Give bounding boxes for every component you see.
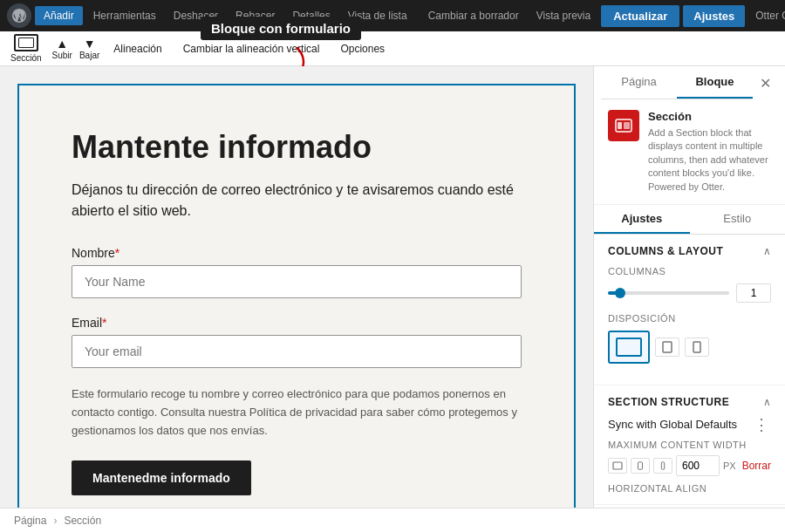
columns-slider-track[interactable] xyxy=(608,291,729,295)
max-width-desktop-icon[interactable] xyxy=(608,458,627,474)
section-icon xyxy=(608,110,639,141)
wp-logo[interactable] xyxy=(7,3,31,28)
section-desc: Add a Section block that displays conten… xyxy=(648,126,771,194)
max-width-input[interactable] xyxy=(676,455,720,476)
svg-rect-4 xyxy=(663,342,672,352)
tablet-icon xyxy=(661,341,673,353)
otter-button[interactable]: Otter Options xyxy=(748,6,785,25)
columns-row xyxy=(608,283,771,303)
form-block: Mantente informado Déjanos tu dirección … xyxy=(17,84,576,508)
sidebar-close-button[interactable]: ✕ xyxy=(753,68,778,99)
submit-button[interactable]: Mantenedme informado xyxy=(72,460,251,495)
disposition-icons xyxy=(608,331,771,364)
main-layout: Mantente informado Déjanos tu dirección … xyxy=(0,66,785,508)
align-button[interactable]: Alineación xyxy=(106,39,168,58)
max-width-label: MAXIMUM CONTENT WIDTH xyxy=(608,440,771,450)
canvas-area: Mantente informado Déjanos tu dirección … xyxy=(0,66,593,508)
inner-tabs: Ajustes Estilo xyxy=(594,205,785,235)
options-toolbar-button[interactable]: Opciones xyxy=(333,39,392,58)
svg-rect-7 xyxy=(638,462,643,469)
name-label: Nombre* xyxy=(72,246,522,260)
section-chevron-icon: ∧ xyxy=(763,396,771,408)
columns-chevron-icon: ∧ xyxy=(763,245,771,257)
svg-rect-5 xyxy=(693,342,700,352)
name-required: * xyxy=(115,246,119,260)
section-block-button[interactable]: Sección xyxy=(10,34,42,63)
name-input[interactable] xyxy=(72,265,522,298)
section-block-info: Sección Add a Section block that display… xyxy=(594,99,785,205)
preview-button[interactable]: Vista previa xyxy=(529,6,597,25)
block-heading: Mantente informado xyxy=(72,129,522,166)
tab-ajustes[interactable]: Ajustes xyxy=(594,205,690,234)
max-width-input-wrap: PX xyxy=(676,455,739,476)
columns-layout-header[interactable]: Columns & Layout ∧ xyxy=(608,245,771,257)
email-required: * xyxy=(102,316,106,330)
columns-input[interactable] xyxy=(736,283,771,303)
tools-button[interactable]: Herramientas xyxy=(86,6,163,25)
privacy-text: Este formulario recoge tu nombre y corre… xyxy=(72,385,522,440)
columns-layout-title: Columns & Layout xyxy=(608,245,723,257)
update-button[interactable]: Actualizar xyxy=(601,5,679,27)
secondary-toolbar: Sección ▲ Subir ▼ Bajar Alineación Cambi… xyxy=(0,31,785,66)
down-label: Bajar xyxy=(79,51,99,60)
svg-rect-3 xyxy=(624,122,630,129)
breadcrumb-separator: › xyxy=(53,515,57,527)
disposition-mobile-icon[interactable] xyxy=(685,338,709,357)
disposition-tablet-icon[interactable] xyxy=(655,338,679,357)
disposition-desktop-icon[interactable] xyxy=(608,331,650,364)
svg-rect-6 xyxy=(613,462,622,469)
settings-button[interactable]: Ajustes xyxy=(683,5,745,27)
add-button[interactable]: Añadir xyxy=(35,6,83,25)
up-label: Subir xyxy=(52,51,72,60)
mobile-icon xyxy=(693,341,701,353)
tab-page[interactable]: Página xyxy=(601,66,677,99)
disposition-label: DISPOSICIÓN xyxy=(608,313,771,324)
section-icon-inner xyxy=(614,116,633,135)
breadcrumb-section[interactable]: Sección xyxy=(64,515,101,527)
redo-button[interactable]: Rehacer xyxy=(229,6,282,25)
svg-rect-8 xyxy=(661,462,664,469)
top-bar: Añadir Herramientas Deshacer Rehacer Det… xyxy=(0,0,785,31)
details-button[interactable]: Detalles xyxy=(285,6,337,25)
columns-label: COLUMNAS xyxy=(608,266,771,276)
tab-estilo[interactable]: Estilo xyxy=(690,205,786,234)
move-up-button[interactable]: ▲ Subir xyxy=(52,37,72,60)
svg-rect-2 xyxy=(618,122,622,129)
delete-link[interactable]: Borrar xyxy=(742,460,771,472)
sidebar-tabs: Página Bloque xyxy=(601,66,753,99)
sync-dots-icon[interactable]: ⋮ xyxy=(754,417,771,433)
block-subtext: Déjanos tu dirección de correo electróni… xyxy=(72,180,522,222)
bottom-bar: Página › Sección xyxy=(0,508,785,532)
sync-row: Sync with Global Defaults ⋮ xyxy=(608,417,771,433)
sidebar-header: Página Bloque ✕ xyxy=(594,66,785,99)
sync-label: Sync with Global Defaults xyxy=(608,418,737,431)
max-width-mobile-icon[interactable] xyxy=(653,458,672,474)
top-bar-right: Cambiar a borrador Vista previa Actualiz… xyxy=(421,5,785,27)
section-label: Sección xyxy=(10,53,42,63)
section-structure-header[interactable]: Section Structure ∧ xyxy=(608,396,771,408)
max-width-tablet-icon[interactable] xyxy=(631,458,650,474)
list-view-button[interactable]: Vista de lista xyxy=(341,6,414,25)
section-info-text: Sección Add a Section block that display… xyxy=(648,110,771,194)
disposition-inner xyxy=(616,338,642,357)
max-width-row: PX Borrar xyxy=(608,455,771,476)
valign-button[interactable]: Cambiar la alineación vertical xyxy=(176,39,327,58)
draft-button[interactable]: Cambiar a borrador xyxy=(421,6,526,25)
section-structure-title: Section Structure xyxy=(608,396,729,408)
px-label: PX xyxy=(723,460,736,471)
columns-range-thumb[interactable] xyxy=(615,288,625,298)
breadcrumb-page[interactable]: Página xyxy=(14,515,46,527)
section-structure-panel: Section Structure ∧ Sync with Global Def… xyxy=(594,385,785,505)
max-width-icons xyxy=(608,458,672,474)
columns-layout-panel: Columns & Layout ∧ COLUMNAS DISPOSICIÓN xyxy=(594,235,785,385)
horiz-align-label: HORIZONTAL ALIGN xyxy=(608,483,771,494)
undo-button[interactable]: Deshacer xyxy=(167,6,225,25)
sidebar: Página Bloque ✕ Sección Add a Section bl… xyxy=(593,66,785,508)
move-down-button[interactable]: ▼ Bajar xyxy=(79,37,99,60)
section-title: Sección xyxy=(648,110,771,123)
tab-block[interactable]: Bloque xyxy=(677,66,753,99)
email-input[interactable] xyxy=(72,335,522,368)
email-label: Email* xyxy=(72,316,522,330)
